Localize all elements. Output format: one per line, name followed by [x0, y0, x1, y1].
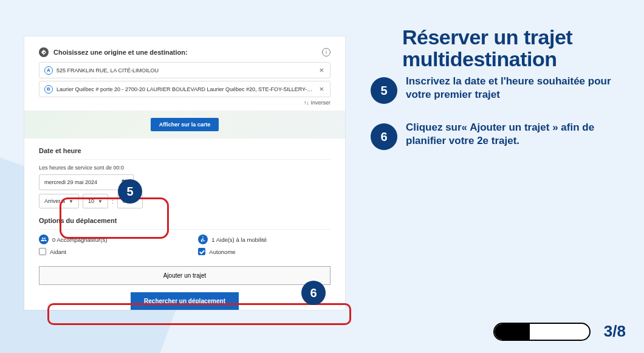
origin-dest-header: Choisissez une origine et une destinatio… [39, 47, 331, 57]
divider [39, 159, 331, 160]
app-screenshot: Choisissez une origine et une destinatio… [24, 36, 345, 310]
destination-clear-icon[interactable]: × [318, 84, 325, 94]
destination-text: Laurier Québec # porte 20 - 2700-20 LAUR… [57, 86, 314, 92]
aidant-checkbox[interactable] [39, 248, 46, 255]
divider [39, 229, 331, 230]
invert-button[interactable]: ↑↓ Inverser [39, 100, 331, 106]
progress-fill [495, 324, 530, 340]
destination-input[interactable]: B Laurier Québec # porte 20 - 2700-20 LA… [39, 81, 331, 97]
arrive-label: Arriver à [44, 198, 65, 204]
step-6-badge: 6 [371, 123, 397, 150]
show-on-map-button[interactable]: Afficher sur la carte [151, 118, 219, 131]
accessibility-icon [198, 235, 208, 244]
autonome-checkbox[interactable] [198, 248, 205, 255]
date-time-block: mercredi 29 mai 2024 Arriver à ▼ 10 ▼ : … [39, 174, 331, 208]
step-6-text: Cliquez sur« Ajouter un trajet » afin de… [406, 121, 621, 148]
step-5-badge: 5 [371, 77, 397, 104]
hour-select[interactable]: 10 ▼ [83, 194, 108, 208]
chevron-down-icon: ▼ [69, 199, 74, 204]
step-5: 5 Inscrivez la date et l'heure souhaitée… [371, 75, 621, 104]
mobility-column: 1 Aide(s) à la mobilité Autonome [198, 235, 267, 255]
progress-label: 3/8 [604, 322, 626, 341]
autonome-label: Autonome [209, 248, 235, 255]
search-trip-button[interactable]: Rechercher un déplacement [131, 292, 239, 310]
aidant-label: Aidant [50, 248, 66, 255]
add-trip-button[interactable]: Ajouter un trajet [39, 266, 331, 285]
options-row: 0 Accompagnateur(s) Aidant 1 Aide(s) à l… [39, 235, 331, 255]
title-line-1: Réserver un trajet [402, 26, 572, 49]
callout-badge-5: 5 [118, 179, 142, 204]
origin-dest-title: Choisissez une origine et une destinatio… [53, 49, 188, 56]
origin-badge: A [44, 66, 53, 75]
instructions-column: Réserver un trajet multidestination 5 In… [402, 27, 621, 150]
progress-indicator: 3/8 [493, 322, 626, 341]
progress-bar [493, 323, 591, 341]
callout-badge-6: 6 [301, 281, 326, 305]
directions-icon [39, 47, 49, 57]
step-5-text: Inscrivez la date et l'heure souhaitée p… [406, 75, 621, 101]
origin-text: 525 FRANKLIN RUE, LA CITÉ-LIMOILOU [57, 67, 314, 74]
origin-input[interactable]: A 525 FRANKLIN RUE, LA CITÉ-LIMOILOU × [39, 62, 331, 78]
time-separator: : [112, 194, 114, 208]
hour-value: 10 [88, 198, 94, 204]
step-6: 6 Cliquez sur« Ajouter un trajet » afin … [371, 121, 621, 150]
title-line-2: multidestination [402, 47, 557, 70]
arrive-depart-select[interactable]: Arriver à ▼ [39, 194, 79, 208]
service-hours-note: Les heures de service sont de 00:0 [39, 165, 331, 171]
options-title: Options du déplacement [39, 217, 331, 224]
companion-column: 0 Accompagnateur(s) Aidant [39, 235, 107, 255]
companion-label: 0 Accompagnateur(s) [52, 236, 107, 243]
chevron-down-icon: ▼ [98, 199, 103, 204]
people-icon [39, 235, 49, 244]
page-title: Réserver un trajet multidestination [402, 27, 621, 70]
date-value: mercredi 29 mai 2024 [44, 179, 97, 185]
info-icon[interactable]: i [322, 48, 331, 57]
mobility-label: 1 Aide(s) à la mobilité [211, 236, 267, 243]
origin-clear-icon[interactable]: × [318, 66, 325, 75]
map-preview: Afficher sur la carte [24, 111, 345, 139]
date-time-title: Date et heure [39, 147, 331, 154]
destination-badge: B [44, 85, 53, 94]
